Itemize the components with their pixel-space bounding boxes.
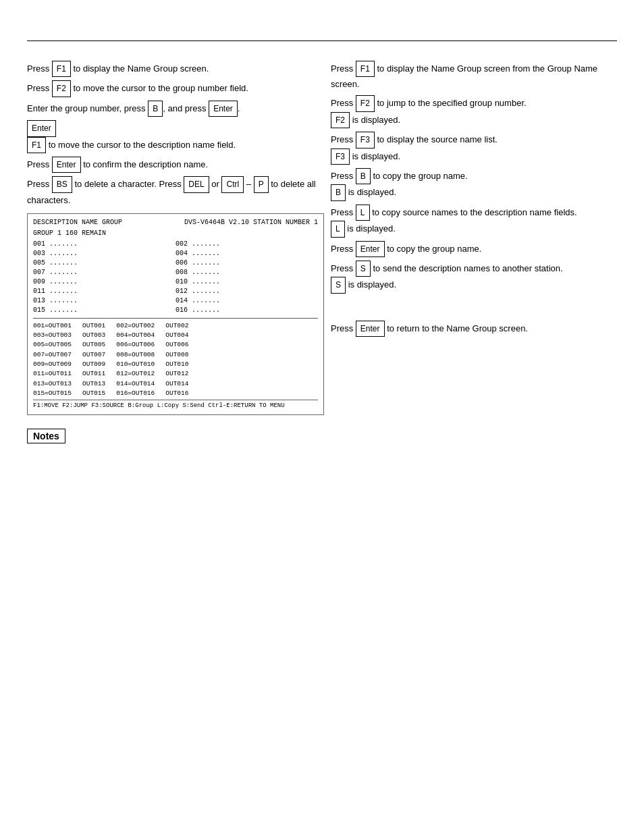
- assign-row-4: 007=OUT007 OUT007 008=OUT008 OUT008: [33, 350, 318, 359]
- name-002: OUT002: [165, 321, 188, 330]
- assign-row-2: 003=OUT003 OUT003 004=OUT004 OUT004: [33, 331, 318, 340]
- key-l-right2: L: [331, 221, 345, 237]
- para-enter-f1: Enter F1 to move the cursor to the descr…: [27, 120, 324, 153]
- key-f2-right2: F2: [331, 112, 350, 128]
- screen-capture: DESCRIPTION NAME GROUP DVS-V6464B V2.10 …: [27, 213, 324, 415]
- key-enter-3: Enter: [52, 157, 81, 173]
- key-s-right: S: [356, 261, 371, 277]
- entry-004: 004 .......: [176, 249, 318, 259]
- screen-group-line: GROUP 1 160 REMAIN: [33, 229, 318, 238]
- screen-assignments: 001=OUT001 OUT001 002=OUT002 OUT002 003=…: [33, 321, 318, 398]
- name-011: OUT011: [82, 369, 105, 378]
- key-f1-right: F1: [356, 61, 375, 77]
- entry-001: 001 .......: [33, 240, 176, 249]
- key-b-right2: B: [331, 184, 346, 200]
- assign-011: 011=OUT011: [33, 369, 72, 378]
- screen-header-left: DESCRIPTION NAME GROUP: [33, 218, 122, 227]
- key-b: B: [148, 101, 163, 117]
- two-column-layout: Press F1 to display the Name Group scree…: [27, 61, 617, 415]
- screen-header-right: DVS-V6464B V2.10 STATION NUMBER 1: [184, 218, 318, 227]
- entry-014: 014 .......: [176, 296, 318, 306]
- assign-row-5: 009=OUT009 OUT009 010=OUT010 OUT010: [33, 360, 318, 369]
- key-p: P: [254, 176, 269, 192]
- key-enter-right: Enter: [356, 241, 385, 257]
- assign-row-8: 015=OUT015 OUT015 016=OUT016 OUT016: [33, 389, 318, 398]
- name-005: OUT005: [82, 340, 105, 349]
- para-f3-right: Press F3 to display the source name list…: [331, 132, 617, 165]
- assign-010: 010=OUT010: [116, 360, 155, 369]
- para-enter-3: Press Enter to confirm the description n…: [27, 157, 324, 173]
- name-009: OUT009: [82, 360, 105, 369]
- key-f3-right: F3: [356, 132, 375, 148]
- name-001: OUT001: [82, 321, 105, 330]
- entry-005: 005 .......: [33, 259, 176, 268]
- top-divider: [27, 40, 617, 41]
- key-b-right: B: [356, 168, 371, 184]
- assign-row-3: 005=OUT005 OUT005 006=OUT006 OUT006: [33, 340, 318, 349]
- assign-004: 004=OUT004: [116, 331, 155, 340]
- key-f1-2: F1: [27, 137, 46, 153]
- left-column: Press F1 to display the Name Group scree…: [27, 61, 331, 415]
- entry-007: 007 .......: [33, 268, 176, 277]
- entry-003: 003 .......: [33, 249, 176, 259]
- assign-009: 009=OUT009: [33, 360, 72, 369]
- entry-008: 008 .......: [176, 268, 318, 277]
- key-bs: BS: [52, 176, 72, 192]
- name-004: OUT004: [165, 331, 188, 340]
- screen-footer: F1:MOVE F2:JUMP F3:SOURCE B:Group L:Copy…: [33, 400, 318, 410]
- assign-012: 012=OUT012: [116, 369, 155, 378]
- content-area: Press F1 to display the Name Group scree…: [27, 61, 617, 443]
- assign-001: 001=OUT001: [33, 321, 72, 330]
- para-b-enter: Enter the group number, press B, and pre…: [27, 101, 324, 117]
- entry-015: 015 .......: [33, 306, 176, 315]
- assign-015: 015=OUT015: [33, 389, 72, 398]
- key-enter-2: Enter: [27, 120, 56, 136]
- name-013: OUT013: [82, 379, 105, 388]
- screen-header: DESCRIPTION NAME GROUP DVS-V6464B V2.10 …: [33, 218, 318, 227]
- para-l-right: Press L to copy source names to the desc…: [331, 205, 617, 238]
- key-enter-1: Enter: [209, 101, 238, 117]
- entry-006: 006 .......: [176, 259, 318, 268]
- entry-011: 011 .......: [33, 287, 176, 296]
- para-f2-right: Press F2 to jump to the specified group …: [331, 95, 617, 128]
- para-f1-right: Press F1 to display the Name Group scree…: [331, 61, 617, 92]
- name-003: OUT003: [82, 331, 105, 340]
- entry-012: 012 .......: [176, 287, 318, 296]
- notes-section: Notes: [27, 429, 617, 443]
- assign-row-7: 013=OUT013 OUT013 014=OUT014 OUT014: [33, 379, 318, 388]
- para-s-right: Press S to send the description names to…: [331, 261, 617, 294]
- name-015: OUT015: [82, 389, 105, 398]
- assign-003: 003=OUT003: [33, 331, 72, 340]
- page-container: Press F1 to display the Name Group scree…: [0, 0, 644, 839]
- screen-divider: [33, 318, 318, 319]
- para-f1: Press F1 to display the Name Group scree…: [27, 61, 324, 77]
- key-l-right: L: [356, 205, 370, 221]
- para-del-ctrl-p: Press BS to delete a character. Press DE…: [27, 176, 324, 207]
- assign-row-1: 001=OUT001 OUT001 002=OUT002 OUT002: [33, 321, 318, 330]
- entry-013: 013 .......: [33, 296, 176, 306]
- name-016: OUT016: [165, 389, 188, 398]
- key-s-right2: S: [331, 277, 346, 293]
- name-012: OUT012: [165, 369, 188, 378]
- assign-013: 013=OUT013: [33, 379, 72, 388]
- screen-grid: 001 ....... 003 ....... 005 ....... 007 …: [33, 240, 318, 315]
- para-f2-left: Press F2 to move the cursor to the group…: [27, 80, 324, 97]
- name-014: OUT014: [165, 379, 188, 388]
- name-007: OUT007: [82, 350, 105, 359]
- key-f2-right: F2: [356, 95, 375, 111]
- assign-002: 002=OUT002: [116, 321, 155, 330]
- name-006: OUT006: [165, 340, 188, 349]
- right-column: Press F1 to display the Name Group scree…: [331, 61, 617, 415]
- name-010: OUT010: [165, 360, 188, 369]
- key-f3-right2: F3: [331, 148, 350, 165]
- assign-005: 005=OUT005: [33, 340, 72, 349]
- key-ctrl: Ctrl: [221, 176, 244, 192]
- para-enter-right: Press Enter to copy the group name.: [331, 241, 617, 257]
- key-del: DEL: [184, 176, 209, 192]
- para-b-right: Press B to copy the group name. B is dis…: [331, 168, 617, 201]
- notes-badge: Notes: [27, 429, 65, 443]
- entry-009: 009 .......: [33, 277, 176, 287]
- name-008: OUT008: [165, 350, 188, 359]
- assign-row-6: 011=OUT011 OUT011 012=OUT012 OUT012: [33, 369, 318, 378]
- assign-008: 008=OUT008: [116, 350, 155, 359]
